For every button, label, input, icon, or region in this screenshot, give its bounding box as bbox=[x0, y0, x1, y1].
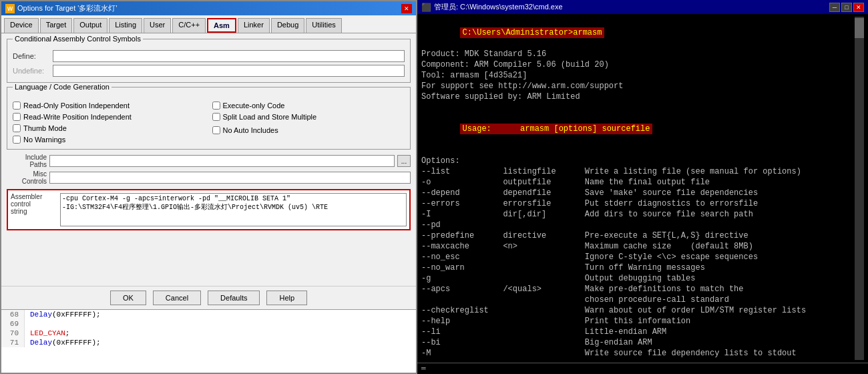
cmd-opt-no-esc: --no_esc Ignore C-style <\c> escape sequ… bbox=[421, 252, 855, 262]
cmd-opt-maxcache: --maxcache <n> Maximum cache size (defau… bbox=[421, 241, 855, 252]
tab-utilities[interactable]: Utilities bbox=[306, 18, 341, 33]
misc-controls-label: MiscControls bbox=[7, 170, 47, 185]
cmd-opt-list: --list listingfile Write a listing file … bbox=[421, 166, 855, 177]
no-warnings-checkbox[interactable] bbox=[13, 136, 21, 144]
code-line-71: 71 Delay(0xFFFFFF); bbox=[1, 338, 416, 347]
read-only-position-row: Read-Only Position Independent bbox=[13, 102, 206, 110]
options-dialog: W Options for Target '多彩流水灯' ✕ Device Ta… bbox=[0, 0, 417, 374]
cmd-opt-checkreglist: --checkreglist Warn about out of order L… bbox=[421, 305, 855, 316]
tab-linker[interactable]: Linker bbox=[238, 18, 270, 33]
no-warnings-row: No Warnings bbox=[13, 136, 206, 144]
cmd-opt-g: -g Output debugging tables bbox=[421, 273, 855, 284]
no-auto-includes-row: No Auto Includes bbox=[212, 126, 405, 134]
cmd-opt-depend: --depend dependfile Save 'make' source f… bbox=[421, 188, 855, 198]
cmd-tool-line: Tool: armasm [4d35a21] bbox=[421, 70, 855, 81]
conditional-symbols-group: Conditional Assembly Control Symbols Def… bbox=[7, 39, 411, 83]
define-input[interactable] bbox=[53, 50, 405, 62]
dialog-titlebar: W Options for Target '多彩流水灯' ✕ bbox=[1, 1, 416, 15]
split-load-checkbox[interactable] bbox=[212, 113, 220, 121]
cmd-titlebar: ⬛ 管理员: C:\Windows\system32\cmd.exe ─ □ ✕ bbox=[417, 0, 868, 14]
cmd-minimize-button[interactable]: ─ bbox=[829, 3, 840, 12]
cmd-title: 管理员: C:\Windows\system32\cmd.exe bbox=[434, 2, 563, 12]
code-editor: 68 Delay(0xFFFFFF); 69 70 LED_CYAN; 71 D… bbox=[1, 309, 416, 373]
cmd-options-header: Options: bbox=[421, 156, 855, 166]
thumb-mode-label: Thumb Mode bbox=[23, 124, 67, 132]
code-line-68: 68 Delay(0xFFFFFF); bbox=[1, 310, 416, 319]
asm-label-area: Assemblercontrolstring -cpu Cortex-M4 -g… bbox=[11, 193, 407, 226]
cmd-scrollbar[interactable] bbox=[855, 17, 864, 360]
include-paths-label: IncludePaths bbox=[7, 154, 47, 168]
cancel-button[interactable]: Cancel bbox=[153, 291, 201, 305]
undefine-label: Undefine: bbox=[13, 67, 53, 75]
right-checkboxes: Execute-only Code Split Load and Store M… bbox=[212, 98, 405, 144]
cmd-support-line: For support see http://www.arm.com/suppo… bbox=[421, 81, 855, 91]
cmd-close-button[interactable]: ✕ bbox=[853, 3, 864, 12]
cmd-usage-highlight: Usage: armasm [options] sourcefile bbox=[460, 124, 653, 134]
cmd-opt-M: -M Write source file dependency lists to… bbox=[421, 348, 855, 359]
language-section-title: Language / Code Generation bbox=[13, 83, 112, 91]
dialog-content: Conditional Assembly Control Symbols Def… bbox=[1, 33, 416, 286]
cmd-bottom: ═ bbox=[417, 363, 868, 374]
assembler-label: Assemblercontrolstring bbox=[11, 193, 57, 215]
ok-button[interactable]: OK bbox=[110, 291, 146, 305]
cmd-opt-no-warn: --no_warn Turn off Warning messages bbox=[421, 262, 855, 273]
cmd-text-area: C:\Users\Administrator>armasm Product: M… bbox=[421, 17, 855, 360]
cmd-controls: ─ □ ✕ bbox=[829, 3, 864, 12]
defaults-button[interactable]: Defaults bbox=[208, 291, 260, 305]
misc-controls-row: MiscControls bbox=[7, 170, 411, 185]
no-auto-includes-checkbox[interactable] bbox=[212, 126, 220, 134]
cmd-usage-line: Usage: armasm [options] sourcefile bbox=[421, 113, 855, 145]
cmd-opt-pd: --pd bbox=[421, 220, 855, 230]
cmd-opt-MD: --MD Write source file dependency lists … bbox=[421, 359, 855, 360]
read-write-position-checkbox[interactable] bbox=[13, 113, 21, 121]
split-load-row: Split Load and Store Multiple bbox=[212, 113, 405, 121]
tab-debug[interactable]: Debug bbox=[271, 18, 304, 33]
cmd-window: ⬛ 管理员: C:\Windows\system32\cmd.exe ─ □ ✕… bbox=[417, 0, 868, 374]
execute-only-checkbox[interactable] bbox=[212, 102, 220, 110]
assembler-control-input[interactable]: -cpu Cortex-M4 -g -apcs=interwork -pd "_… bbox=[60, 193, 407, 226]
cmd-opt-help: --help Print this information bbox=[421, 316, 855, 327]
cmd-component-line: Component: ARM Compiler 5.06 (build 20) bbox=[421, 59, 855, 70]
include-paths-input[interactable] bbox=[49, 155, 395, 167]
cmd-opt-predefine: --predefine directive Pre-execute a SET{… bbox=[421, 230, 855, 241]
cmd-icon: ⬛ bbox=[421, 3, 431, 12]
define-label: Define: bbox=[13, 52, 53, 60]
tab-device[interactable]: Device bbox=[4, 18, 39, 33]
language-section: Language / Code Generation Read-Only Pos… bbox=[7, 87, 411, 150]
cmd-content: C:\Users\Administrator>armasm Product: M… bbox=[417, 14, 868, 363]
cmd-product-line: Product: MDK Standard 5.16 bbox=[421, 49, 855, 59]
thumb-mode-row: Thumb Mode bbox=[13, 124, 206, 132]
cmd-opt-o: -o outputfile Name the final output file bbox=[421, 177, 855, 188]
dialog-close-button[interactable]: ✕ bbox=[401, 4, 412, 13]
undefine-input[interactable] bbox=[53, 65, 405, 77]
tab-cpp[interactable]: C/C++ bbox=[172, 18, 206, 33]
help-button[interactable]: Help bbox=[266, 291, 307, 305]
tab-listing[interactable]: Listing bbox=[109, 18, 142, 33]
execute-only-label: Execute-only Code bbox=[223, 102, 285, 110]
tab-output[interactable]: Output bbox=[73, 18, 107, 33]
include-section: IncludePaths ... MiscControls bbox=[7, 154, 411, 185]
assembler-control-section: Assemblercontrolstring -cpu Cortex-M4 -g… bbox=[7, 189, 411, 230]
cmd-maximize-button[interactable]: □ bbox=[841, 3, 852, 12]
tab-user[interactable]: User bbox=[144, 18, 171, 33]
thumb-mode-checkbox[interactable] bbox=[13, 124, 21, 132]
dialog-buttons: OK Cancel Defaults Help bbox=[1, 286, 416, 309]
no-warnings-label: No Warnings bbox=[23, 136, 65, 144]
code-line-69: 69 bbox=[1, 319, 416, 329]
dialog-icon: W bbox=[5, 4, 15, 13]
tab-asm[interactable]: Asm bbox=[207, 18, 236, 33]
cmd-blank1 bbox=[421, 102, 855, 113]
code-line-70: 70 LED_CYAN; bbox=[1, 329, 416, 338]
include-paths-browse-button[interactable]: ... bbox=[397, 155, 411, 167]
dialog-title: Options for Target '多彩流水灯' bbox=[17, 3, 118, 13]
left-checkboxes: Read-Only Position Independent Read-Writ… bbox=[13, 98, 206, 144]
execute-only-row: Execute-only Code bbox=[212, 102, 405, 110]
conditional-symbols-title: Conditional Assembly Control Symbols bbox=[13, 35, 143, 43]
cmd-opt-I: -I dir[,dir] Add dirs to source file sea… bbox=[421, 209, 855, 220]
cmd-prompt-line: C:\Users\Administrator>armasm bbox=[421, 17, 855, 49]
scrollbar-thumb[interactable] bbox=[855, 18, 864, 38]
cmd-opt-li: --li Little-endian ARM bbox=[421, 327, 855, 337]
read-only-position-checkbox[interactable] bbox=[13, 102, 21, 110]
tab-target[interactable]: Target bbox=[40, 18, 73, 33]
misc-controls-input[interactable] bbox=[49, 172, 411, 184]
